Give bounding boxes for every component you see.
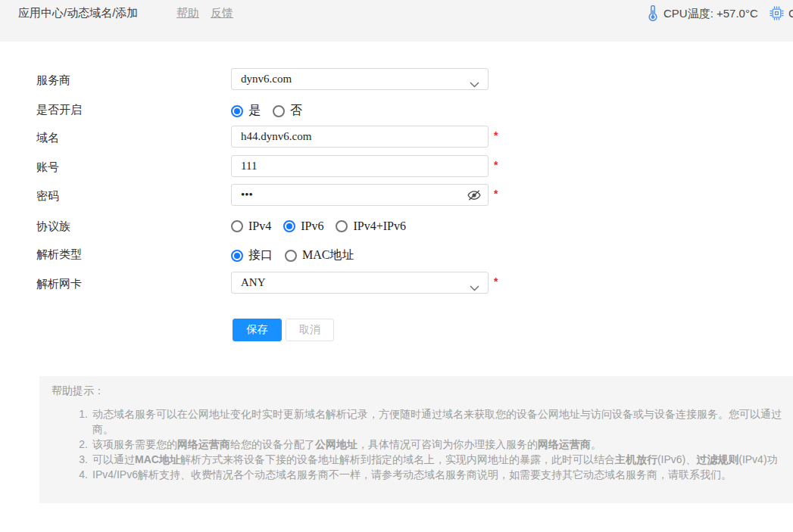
protocol-option-ipv4[interactable]: IPv4 — [231, 219, 271, 233]
protocol-option-ipv6[interactable]: IPv6 — [283, 219, 323, 233]
help-tips-panel: 帮助提示： 1.动态域名服务可以在公网地址变化时实时更新域名解析记录，方便随时通… — [39, 376, 793, 503]
interface-label: 解析网卡 — [36, 277, 82, 291]
password-field-wrap — [231, 184, 489, 206]
help-item-text: 商。 — [92, 423, 114, 435]
resolve-type-radio-group: 接口 MAC地址 — [231, 247, 354, 263]
chevron-down-icon — [470, 281, 479, 294]
radio-option-label: IPv4+IPv6 — [353, 219, 405, 233]
password-label: 密码 — [36, 189, 59, 204]
help-item-text: 可以通过MAC地址解析方式来将设备下接的设备地址解析到指定的域名上，实现内网地址… — [92, 453, 778, 465]
top-bar: 应用中心/动态域名/添加 帮助 反馈 CPU温度: +57.0°C C — [0, 0, 793, 42]
help-list: 1.动态域名服务可以在公网地址变化时实时更新域名解析记录，方便随时通过域名来获取… — [39, 406, 793, 482]
domain-label: 域名 — [36, 131, 59, 145]
domain-input[interactable] — [231, 126, 489, 148]
radio-option-label: 是 — [248, 103, 261, 119]
help-item: 2.该项服务需要您的网络运营商给您的设备分配了公网地址，具体情况可咨询为你办理接… — [39, 437, 793, 452]
cpu-chip-icon — [770, 6, 784, 20]
help-item-text: 动态域名服务可以在公网地址变化时实时更新域名解析记录，方便随时通过域名来获取您的… — [92, 408, 782, 420]
cancel-button[interactable]: 取消 — [286, 319, 334, 341]
provider-select-value: dynv6.com — [241, 73, 292, 86]
provider-label: 服务商 — [36, 73, 70, 88]
radio-unchecked-icon — [285, 250, 297, 262]
eye-off-icon[interactable] — [467, 188, 482, 203]
protocol-label: 协议族 — [36, 219, 70, 234]
help-link[interactable]: 帮助 — [176, 6, 199, 20]
help-item-text: 该项服务需要您的网络运营商给您的设备分配了公网地址，具体情况可咨询为你办理接入服… — [92, 438, 601, 450]
feedback-link[interactable]: 反馈 — [211, 6, 233, 20]
help-item-number: 1. — [73, 406, 88, 422]
enabled-option-yes[interactable]: 是 — [231, 103, 261, 119]
resolve-type-label: 解析类型 — [36, 247, 82, 262]
password-input[interactable] — [231, 184, 489, 206]
radio-checked-icon — [283, 220, 295, 232]
save-button[interactable]: 保存 — [233, 319, 282, 341]
required-marker: * — [494, 275, 498, 288]
resolve-type-option-mac[interactable]: MAC地址 — [285, 247, 354, 263]
cpu-temperature-status: CPU温度: +57.0°C — [663, 7, 758, 21]
radio-checked-icon — [231, 105, 243, 117]
help-item-text: IPv4/IPv6解析支持、收费情况各个动态域名服务商不一样，请参考动态域名服务… — [92, 468, 732, 481]
thermometer-icon — [648, 5, 658, 21]
enabled-option-no[interactable]: 否 — [273, 103, 302, 119]
protocol-radio-group: IPv4 IPv6 IPv4+IPv6 — [231, 219, 406, 233]
required-marker: * — [494, 188, 498, 200]
radio-option-label: IPv6 — [301, 219, 323, 233]
account-input[interactable] — [231, 155, 489, 177]
help-item: 4.IPv4/IPv6解析支持、收费情况各个动态域名服务商不一样，请参考动态域名… — [39, 467, 793, 482]
radio-option-label: 接口 — [248, 247, 273, 263]
help-item: 商。 — [39, 422, 793, 437]
radio-option-label: IPv4 — [248, 219, 271, 233]
provider-select[interactable]: dynv6.com — [231, 68, 489, 90]
radio-unchecked-icon — [273, 105, 285, 117]
help-item: 1.动态域名服务可以在公网地址变化时实时更新域名解析记录，方便随时通过域名来获取… — [39, 406, 793, 422]
interface-select[interactable]: ANY — [231, 272, 489, 294]
help-item-number: 2. — [73, 437, 88, 452]
interface-select-value: ANY — [241, 276, 266, 289]
radio-option-label: 否 — [290, 103, 302, 119]
required-marker: * — [494, 129, 498, 142]
resolve-type-option-interface[interactable]: 接口 — [231, 247, 273, 263]
help-item-number: 4. — [73, 467, 88, 482]
required-marker: * — [494, 159, 498, 171]
account-label: 账号 — [36, 160, 59, 175]
help-item-number: 3. — [73, 452, 88, 467]
radio-unchecked-icon — [336, 220, 348, 232]
breadcrumb: 应用中心/动态域名/添加 — [18, 6, 138, 20]
radio-checked-icon — [231, 250, 243, 262]
chevron-down-icon — [470, 77, 479, 91]
enabled-label: 是否开启 — [36, 103, 82, 117]
enabled-radio-group: 是 否 — [231, 103, 302, 119]
help-tips-title: 帮助提示： — [52, 384, 105, 398]
help-item: 3.可以通过MAC地址解析方式来将设备下接的设备地址解析到指定的域名上，实现内网… — [39, 452, 793, 467]
protocol-option-ipv4-ipv6[interactable]: IPv4+IPv6 — [336, 219, 405, 233]
radio-unchecked-icon — [231, 220, 243, 232]
radio-option-label: MAC地址 — [302, 247, 354, 263]
cpu-usage-status-cutoff: C — [788, 7, 793, 20]
